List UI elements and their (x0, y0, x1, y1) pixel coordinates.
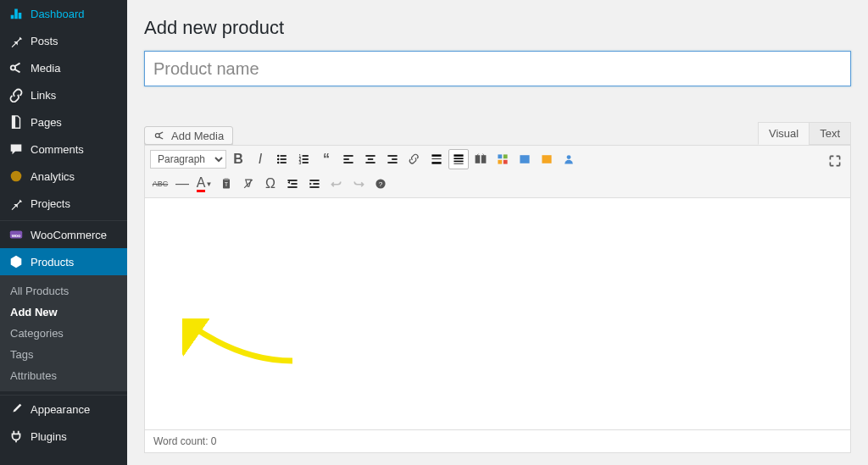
strikethrough-button[interactable]: ABC (150, 174, 170, 194)
link-button[interactable] (404, 149, 425, 169)
sidebar-item-comments[interactable]: Comments (0, 136, 127, 163)
sidebar-item-label: Projects (31, 197, 70, 210)
tab-visual[interactable]: Visual (758, 122, 810, 145)
sidebar-item-media[interactable]: Media (0, 54, 127, 81)
brush-icon (8, 401, 24, 417)
editor-content[interactable] (144, 198, 851, 430)
page-icon (8, 114, 24, 130)
svg-rect-8 (281, 158, 287, 160)
add-media-button[interactable]: Add Media (144, 126, 233, 145)
svg-rect-48 (309, 180, 319, 181)
svg-rect-37 (498, 160, 502, 164)
svg-rect-29 (453, 154, 463, 156)
sidebar-item-projects[interactable]: Projects (0, 190, 127, 217)
svg-rect-24 (392, 158, 397, 160)
products-icon (8, 254, 24, 269)
pin-icon (8, 33, 24, 48)
svg-rect-30 (453, 158, 463, 159)
sidebar-item-links[interactable]: Links (0, 81, 127, 108)
svg-point-7 (277, 158, 279, 160)
bullet-list-button[interactable] (272, 149, 292, 169)
sidebar-item-products[interactable]: Products (0, 248, 127, 275)
align-center-button[interactable] (360, 149, 381, 169)
columns-button[interactable] (470, 149, 491, 169)
svg-rect-26 (431, 154, 441, 156)
word-count: Word count: 0 (144, 430, 851, 453)
svg-rect-18 (343, 158, 348, 160)
product-name-input[interactable] (144, 51, 851, 86)
format-select[interactable]: Paragraph (150, 150, 226, 169)
outdent-button[interactable] (282, 174, 303, 194)
indent-button[interactable] (304, 174, 325, 194)
help-button[interactable]: ? (370, 174, 391, 194)
number-list-button[interactable]: 123 (294, 149, 314, 169)
textcolor-button[interactable]: A ▼ (194, 174, 214, 194)
italic-button[interactable]: I (250, 149, 270, 169)
pin-icon (8, 196, 24, 211)
sidebar-item-dashboard[interactable]: Dashboard (0, 0, 127, 27)
special-char-button[interactable]: Ω (260, 174, 281, 194)
add-media-label: Add Media (171, 130, 224, 142)
svg-text:3: 3 (299, 161, 302, 165)
blockquote-button[interactable]: “ (316, 149, 337, 169)
sidebar-item-label: Analytics (31, 170, 75, 183)
clear-formatting-button[interactable] (238, 174, 259, 194)
submenu-item-add-new[interactable]: Add New (0, 302, 127, 323)
align-right-button[interactable] (382, 149, 403, 169)
sidebar-item-label: Products (31, 256, 74, 268)
svg-rect-38 (504, 160, 508, 164)
readmore-button[interactable] (426, 149, 447, 169)
svg-point-9 (277, 162, 279, 163)
svg-rect-31 (453, 161, 463, 163)
svg-rect-45 (287, 180, 297, 181)
table-orange-button[interactable] (537, 149, 557, 169)
sidebar-item-label: Plugins (31, 430, 67, 443)
table-blue-button[interactable] (515, 149, 535, 169)
sidebar-item-label: Posts (31, 35, 58, 47)
woo-icon: woo (8, 227, 24, 242)
submenu-item-categories[interactable]: Categories (0, 323, 127, 344)
svg-rect-43 (225, 179, 229, 180)
user-button[interactable] (559, 149, 579, 169)
align-left-button[interactable] (338, 149, 359, 169)
undo-button[interactable] (326, 174, 347, 194)
gallery-button[interactable] (492, 149, 513, 169)
svg-rect-28 (431, 162, 441, 163)
svg-rect-21 (368, 158, 373, 160)
sidebar-item-label: Links (31, 89, 56, 102)
sidebar-item-plugins[interactable]: Plugins (0, 423, 127, 450)
media-icon (8, 60, 24, 75)
redo-button[interactable] (348, 174, 369, 194)
svg-point-41 (567, 155, 571, 159)
sidebar-item-posts[interactable]: Posts (0, 27, 127, 54)
svg-point-1 (11, 171, 22, 182)
svg-text:woo: woo (11, 233, 21, 238)
sidebar-item-pages[interactable]: Pages (0, 108, 127, 136)
bold-button[interactable]: B (228, 149, 248, 169)
sidebar-item-appearance[interactable]: Appearance (0, 396, 127, 423)
horizontal-rule-button[interactable]: — (172, 174, 192, 194)
tab-text[interactable]: Text (809, 122, 851, 145)
sidebar-item-woocommerce[interactable]: woo WooCommerce (0, 221, 127, 248)
svg-rect-20 (365, 155, 375, 157)
svg-rect-16 (303, 162, 309, 163)
plug-icon (8, 429, 24, 444)
sidebar-item-analytics[interactable]: Analytics (0, 163, 127, 190)
svg-rect-32 (453, 163, 463, 164)
svg-text:T: T (225, 181, 228, 187)
submenu-item-tags[interactable]: Tags (0, 344, 127, 365)
svg-rect-25 (387, 162, 397, 163)
svg-rect-49 (313, 183, 319, 185)
svg-rect-36 (504, 154, 508, 158)
admin-sidebar: Dashboard Posts Media Links Pages Commen… (0, 0, 127, 465)
paste-text-button[interactable]: T (216, 174, 236, 194)
submenu-item-all-products[interactable]: All Products (0, 280, 127, 302)
submenu-item-attributes[interactable]: Attributes (0, 365, 127, 386)
svg-rect-33 (476, 155, 481, 163)
fullscreen-button[interactable] (825, 151, 845, 171)
svg-rect-50 (309, 186, 319, 188)
main-content: Add new product Add Media Visual Text Pa… (127, 0, 868, 465)
toolbar-toggle-button[interactable] (448, 149, 469, 169)
svg-rect-12 (303, 155, 309, 157)
svg-rect-23 (387, 155, 397, 157)
